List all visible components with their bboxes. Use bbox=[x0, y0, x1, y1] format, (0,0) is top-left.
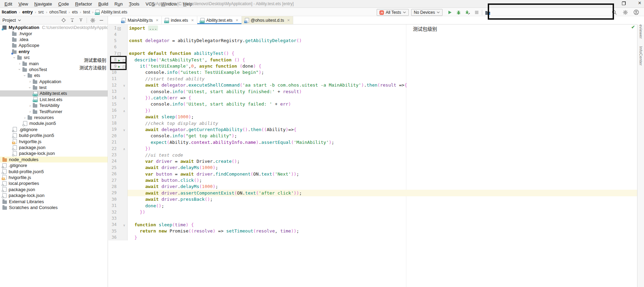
tree-item-.gitignore[interactable]: .gitignore bbox=[0, 162, 108, 168]
code-line-35[interactable]: 35 return new Promise((resolve) => setTi… bbox=[108, 228, 637, 234]
code-line-24[interactable]: 24 var driver = await Driver.create(); bbox=[108, 158, 637, 164]
tree-item-TestAbility[interactable]: ›TestAbility bbox=[0, 102, 108, 108]
tool-window-button-infocenter[interactable]: InfoCenter bbox=[639, 46, 643, 66]
code-line-1[interactable]: 1+import ... bbox=[108, 25, 637, 31]
close-tab-icon[interactable]: × bbox=[156, 18, 159, 23]
settings-icon[interactable] bbox=[90, 17, 96, 23]
line-number[interactable]: 34 bbox=[108, 222, 117, 227]
code-line-12[interactable]: 12∨ await delegator.executeShellCommand(… bbox=[108, 82, 637, 88]
search-icon[interactable] bbox=[611, 9, 617, 15]
line-number[interactable]: 31 bbox=[108, 203, 117, 208]
code-line-18[interactable]: 18 //check top display ability bbox=[108, 120, 637, 126]
tree-item-AppScope[interactable]: AppScope bbox=[0, 42, 108, 48]
line-number[interactable]: 26 bbox=[108, 171, 117, 176]
code-line-19[interactable]: 19∨ await delegator.getCurrentTopAbility… bbox=[108, 126, 637, 132]
code-line-27[interactable]: 27 await button.click(); bbox=[108, 177, 637, 183]
line-number[interactable]: 24 bbox=[108, 159, 117, 164]
play-icon[interactable] bbox=[447, 10, 453, 16]
tree-item-hvigorfile.js[interactable]: JShvigorfile.js bbox=[0, 175, 108, 180]
menu-tools[interactable]: Tools bbox=[126, 1, 142, 7]
tab-MainAbility.ts[interactable]: TSMainAbility.ts× bbox=[119, 16, 162, 24]
chevron-expanded-icon[interactable]: › bbox=[13, 55, 16, 60]
menu-run[interactable]: Run bbox=[111, 1, 126, 7]
code-line-22[interactable]: 22∧ }) bbox=[108, 145, 637, 151]
close-tab-icon[interactable]: × bbox=[191, 18, 194, 23]
line-number[interactable]: 21 bbox=[108, 140, 117, 145]
tree-item-resources[interactable]: ›resources bbox=[0, 115, 108, 120]
menu-navigate[interactable]: Navigate bbox=[31, 1, 55, 7]
code-line-17[interactable]: 17 await sleep(1000); bbox=[108, 113, 637, 120]
code-line-8[interactable]: 8▶− describe('ActsAbilityTest', function… bbox=[108, 57, 637, 63]
breadcrumb-item[interactable]: lication bbox=[1, 9, 18, 15]
close-tab-icon[interactable]: × bbox=[236, 18, 238, 23]
tree-item-.gitignore[interactable]: .gitignore bbox=[0, 127, 108, 132]
settings-icon[interactable] bbox=[622, 9, 628, 15]
line-number[interactable]: 36 bbox=[108, 235, 117, 240]
code-line-26[interactable]: 26 var button = await driver.findCompone… bbox=[108, 171, 637, 177]
tree-item-package-lock.json[interactable]: package-lock.json bbox=[0, 150, 108, 156]
tab-Ability.test.ets[interactable]: ETSAbility.test.ets× bbox=[197, 16, 242, 24]
code-line-20[interactable]: 20 console.info("get top ability"); bbox=[108, 133, 637, 139]
tree-item-.idea[interactable]: .idea bbox=[0, 37, 108, 42]
tree-item-entry[interactable]: entry bbox=[0, 49, 108, 55]
tree-item-.hvigor[interactable]: .hvigor bbox=[0, 30, 108, 36]
code-line-9[interactable]: 9▶− it('testUiExample',0, async function… bbox=[108, 63, 637, 69]
line-number[interactable]: 28 bbox=[108, 184, 117, 189]
tree-item-test[interactable]: ›test bbox=[0, 85, 108, 90]
chevron-collapsed-icon[interactable]: › bbox=[17, 62, 22, 65]
fold-end-icon[interactable]: ∧ bbox=[123, 97, 125, 100]
run-test-button[interactable]: ▶ bbox=[118, 59, 120, 62]
tree-item-TestRunner[interactable]: ›TestRunner bbox=[0, 108, 108, 114]
fold-expand-icon[interactable]: + bbox=[118, 27, 121, 30]
line-number[interactable]: 22 bbox=[108, 146, 117, 151]
chevron-collapsed-icon[interactable]: › bbox=[27, 104, 33, 107]
code-line-4[interactable]: 4 bbox=[108, 31, 637, 37]
tree-item-External-Libraries[interactable]: External Libraries bbox=[0, 198, 108, 204]
menu-view[interactable]: View bbox=[15, 1, 31, 7]
tree-item-local.properties[interactable]: local.properties bbox=[0, 180, 108, 186]
line-number[interactable]: 11 bbox=[108, 76, 117, 81]
fold-start-icon[interactable]: ∨ bbox=[123, 224, 125, 227]
code-line-32[interactable]: 32 }) bbox=[108, 209, 637, 215]
tree-item-hvigorfile.js[interactable]: JShvigorfile.js bbox=[0, 138, 108, 144]
line-number[interactable]: 16 bbox=[108, 108, 117, 113]
line-number[interactable]: 5 bbox=[108, 38, 117, 43]
code-line-29[interactable]: 29 await driver.assertComponentExist(ON.… bbox=[108, 190, 637, 196]
tab-index.ets[interactable]: ETSindex.ets× bbox=[162, 16, 197, 24]
code-line-36[interactable]: 36 } bbox=[108, 234, 637, 240]
fold-start-icon[interactable]: ∨ bbox=[123, 84, 125, 87]
chevron-down-icon[interactable] bbox=[18, 19, 21, 21]
code-line-5[interactable]: 5const delegator = abilityDelegatorRegis… bbox=[108, 38, 637, 44]
chevron-collapsed-icon[interactable]: › bbox=[27, 110, 33, 113]
tree-item-module.json5[interactable]: module.json5 bbox=[0, 120, 108, 126]
code-line-33[interactable]: 33 bbox=[108, 215, 637, 221]
line-number[interactable]: 6 bbox=[108, 44, 117, 49]
menu-build[interactable]: Build bbox=[95, 1, 111, 7]
menu-code[interactable]: Code bbox=[55, 1, 72, 7]
restore-window-button[interactable] bbox=[622, 1, 626, 5]
line-number[interactable]: 35 bbox=[108, 229, 117, 234]
tree-item-build-profile.json5[interactable]: build-profile.json5 bbox=[0, 132, 108, 138]
line-number[interactable]: 12 bbox=[108, 83, 117, 88]
tree-item-ets[interactable]: ›ets bbox=[0, 72, 108, 78]
code-line-14[interactable]: 14∧ }).catch(err => { bbox=[108, 95, 637, 101]
line-number[interactable]: 33 bbox=[108, 216, 117, 221]
line-number[interactable]: 13 bbox=[108, 89, 117, 94]
code-line-25[interactable]: 25 await driver.delayMs(1000); bbox=[108, 165, 637, 171]
tree-item-package.json[interactable]: package.json bbox=[0, 187, 108, 192]
chevron-expanded-icon[interactable]: › bbox=[18, 67, 21, 72]
breadcrumb-item[interactable]: ets bbox=[71, 9, 79, 15]
hide-icon[interactable] bbox=[98, 17, 104, 23]
fold-end-icon[interactable]: ∧ bbox=[123, 109, 125, 113]
line-number[interactable]: 4 bbox=[108, 32, 117, 37]
tree-item-Scratches-and-Consoles[interactable]: Scratches and Consoles bbox=[0, 205, 108, 210]
tree-item-node_modules[interactable]: node_modules bbox=[0, 157, 108, 162]
code-line-7[interactable]: 7−export default function abilityTest() … bbox=[108, 50, 637, 57]
tree-item-Application[interactable]: ›Application bbox=[0, 79, 108, 85]
run-configuration-select[interactable]: JS All Tests bbox=[377, 9, 408, 16]
breadcrumb-item[interactable]: ETSAbility.test.ets bbox=[95, 9, 128, 15]
line-number[interactable]: 25 bbox=[108, 165, 117, 170]
line-number[interactable]: 20 bbox=[108, 133, 117, 138]
code-line-15[interactable]: 15 console.info('Uitest, start ability f… bbox=[108, 101, 637, 107]
code-editor[interactable]: 测试包级别 ✔ 1+import ...45const delegator = … bbox=[108, 24, 637, 287]
